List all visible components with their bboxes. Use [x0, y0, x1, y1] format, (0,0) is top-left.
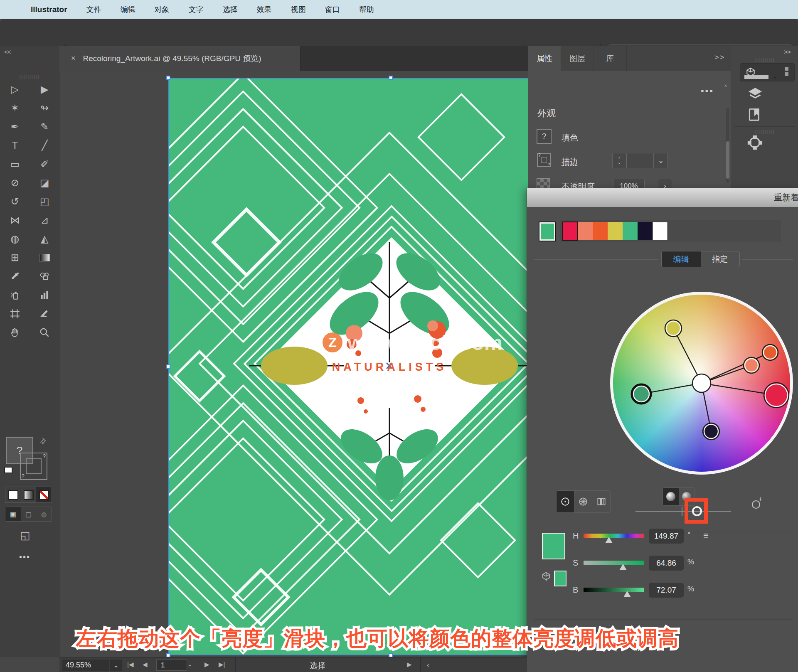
document-tab[interactable]: × Recoloring_Artwork.ai @ 49.55% (RGB/GP…: [59, 46, 300, 71]
b-slider-track[interactable]: [584, 588, 644, 592]
zoom-tool-icon[interactable]: [35, 325, 54, 340]
play-icon[interactable]: ▶: [407, 661, 412, 668]
prev-artboard-button[interactable]: ◀: [143, 661, 148, 668]
menu-item-7[interactable]: 窗口: [325, 5, 340, 15]
menu-item-1[interactable]: 编辑: [121, 5, 135, 15]
s-value-field[interactable]: 64.86: [649, 556, 684, 571]
stroke-color-well[interactable]: ? ?: [20, 453, 47, 480]
layers-icon[interactable]: [747, 86, 764, 102]
line-segment-tool-icon[interactable]: ╱: [35, 138, 54, 153]
mesh-tool-icon[interactable]: ⊞: [6, 250, 24, 265]
last-artboard-button[interactable]: ▶|: [219, 661, 225, 668]
segmented-wheel-button[interactable]: [574, 491, 592, 512]
draw-inside-button[interactable]: ◍: [36, 507, 52, 521]
h-slider-handle[interactable]: [605, 537, 613, 543]
paintbrush-tool-icon[interactable]: ✐: [35, 157, 54, 172]
tab-libraries[interactable]: 库: [594, 46, 627, 71]
rectangle-tool-icon[interactable]: ▭: [6, 157, 24, 172]
b-value-field[interactable]: 72.07: [649, 583, 684, 598]
menu-item-0[interactable]: 文件: [86, 5, 101, 15]
hand-tool-icon[interactable]: [6, 325, 24, 340]
show-saturation-icon[interactable]: [663, 488, 679, 505]
perspective-grid-tool-icon[interactable]: ◭: [35, 231, 54, 246]
stroke-weight-dropdown[interactable]: ⌄: [654, 153, 668, 168]
hsb-menu-icon[interactable]: ≡: [703, 530, 709, 541]
color-group-row[interactable]: [560, 220, 781, 242]
handle-navy[interactable]: [703, 423, 719, 440]
selection-tool-icon[interactable]: ▷: [6, 82, 24, 97]
pen-tool-icon[interactable]: ✒: [6, 119, 24, 134]
symbol-sprayer-tool-icon[interactable]: [6, 288, 24, 303]
artboard-number-field[interactable]: 1: [156, 660, 187, 671]
color-button[interactable]: [5, 487, 21, 502]
edit-toolbar-icon[interactable]: •••: [19, 552, 30, 562]
first-artboard-button[interactable]: |◀: [127, 661, 133, 668]
scroll-up-icon[interactable]: ⌃: [723, 84, 728, 91]
add-color-tool-icon[interactable]: [752, 500, 760, 509]
direct-selection-tool-icon[interactable]: ▶: [35, 82, 54, 97]
group-swatch-5[interactable]: [638, 222, 653, 240]
selection-handle[interactable]: [166, 364, 170, 369]
scrollbar-thumb[interactable]: [726, 141, 729, 179]
s-slider-handle[interactable]: [619, 564, 627, 570]
handle-center[interactable]: [692, 374, 711, 392]
width-tool-icon[interactable]: ⋈: [6, 213, 24, 228]
menu-item-2[interactable]: 对象: [155, 5, 170, 15]
free-transform-tool-icon[interactable]: ⊿: [35, 213, 54, 228]
magic-wand-tool-icon[interactable]: ✶: [6, 101, 24, 116]
slice-tool-icon[interactable]: [35, 306, 54, 321]
h-slider-track[interactable]: [584, 534, 644, 538]
handle-salmon[interactable]: [744, 357, 759, 373]
zoom-level-display[interactable]: 49.55%: [62, 660, 109, 671]
menu-item-8[interactable]: 帮助: [359, 5, 374, 15]
none-button[interactable]: [36, 487, 52, 502]
expand-panel-icon[interactable]: >>: [714, 53, 725, 62]
zoom-dropdown-icon[interactable]: ⌄: [110, 660, 122, 671]
tab-assign[interactable]: 指定: [701, 251, 740, 267]
tab-edit[interactable]: 编辑: [662, 251, 701, 267]
stroke-weight-stepper[interactable]: ⌃⌄: [612, 153, 626, 168]
tab-properties[interactable]: 属性: [528, 46, 561, 71]
shaper-tool-icon[interactable]: ⊘: [6, 175, 24, 190]
stroke-weight-field[interactable]: [626, 153, 654, 168]
scale-tool-icon[interactable]: ◰: [35, 194, 54, 209]
h-value-field[interactable]: 149.87: [649, 529, 684, 544]
next-artboard-button[interactable]: ▶: [204, 661, 209, 668]
default-fill-stroke-icon[interactable]: [4, 467, 12, 473]
current-color-swatch[interactable]: [539, 222, 555, 241]
type-tool-icon[interactable]: T: [6, 138, 24, 153]
group-swatch-3[interactable]: [608, 222, 623, 240]
stroke-label[interactable]: 描边: [562, 156, 578, 167]
menu-item-3[interactable]: 文字: [189, 5, 204, 15]
brightness-slider-track[interactable]: [635, 511, 731, 512]
group-swatch-2[interactable]: [593, 222, 608, 240]
gradient-button[interactable]: [21, 487, 36, 502]
menu-app-name[interactable]: Illustrator: [31, 5, 67, 14]
swap-fill-stroke-icon[interactable]: ⇄: [37, 436, 48, 447]
collapse-dock-icon[interactable]: >>: [784, 48, 791, 55]
recolor-artwork-icon[interactable]: [746, 134, 764, 151]
menu-item-4[interactable]: 选择: [223, 5, 238, 15]
menu-item-6[interactable]: 视图: [291, 5, 306, 15]
color-wheel-handles[interactable]: [610, 292, 793, 475]
group-swatch-1[interactable]: [578, 222, 593, 240]
selection-handle[interactable]: [389, 76, 393, 80]
smooth-wheel-button[interactable]: [557, 491, 574, 512]
column-graph-tool-icon[interactable]: [35, 288, 54, 303]
gradient-tool-icon[interactable]: [35, 250, 54, 265]
curvature-tool-icon[interactable]: ✎: [35, 119, 54, 134]
blend-tool-icon[interactable]: [35, 269, 54, 284]
selection-handle[interactable]: [166, 76, 170, 80]
libraries-icon[interactable]: [747, 106, 763, 122]
rotate-tool-icon[interactable]: ↺: [6, 194, 24, 209]
artboard-tool-icon[interactable]: [6, 306, 24, 321]
group-swatch-6[interactable]: [653, 222, 667, 240]
dock-grip[interactable]: ||||||||||: [731, 129, 798, 134]
color-bars-button[interactable]: [592, 491, 610, 512]
group-swatch-0[interactable]: [563, 222, 578, 240]
group-swatch-4[interactable]: [623, 222, 638, 240]
dialog-header[interactable]: 重新着色: [527, 188, 798, 207]
tab-layers[interactable]: 图层: [561, 46, 594, 71]
handle-yellow-green[interactable]: [665, 320, 682, 337]
menu-item-5[interactable]: 效果: [257, 5, 272, 15]
